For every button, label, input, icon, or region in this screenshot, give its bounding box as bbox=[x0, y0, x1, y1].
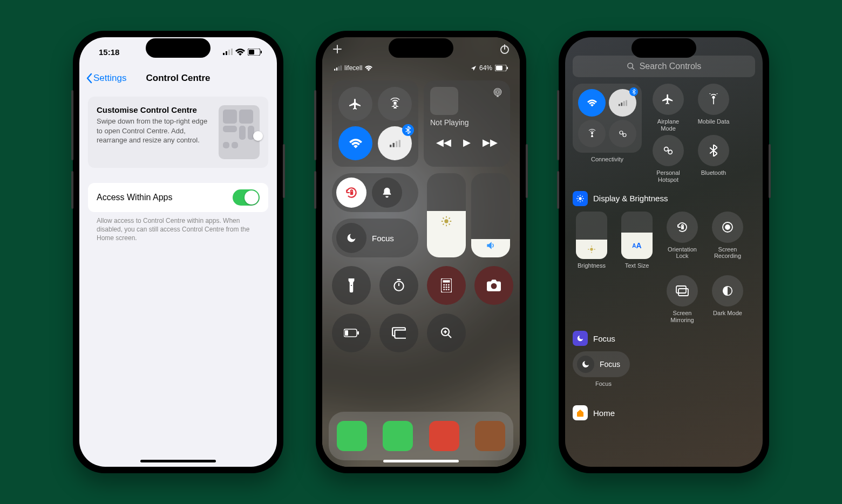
screen-mirroring-button[interactable] bbox=[379, 314, 418, 352]
svg-point-21 bbox=[495, 90, 500, 94]
search-placeholder: Search Controls bbox=[640, 62, 702, 71]
brightness-control[interactable]: Brightness bbox=[573, 212, 610, 269]
connectivity-tile[interactable] bbox=[332, 80, 418, 167]
timer-button[interactable] bbox=[379, 266, 418, 305]
svg-rect-27 bbox=[443, 280, 450, 282]
svg-rect-1 bbox=[226, 51, 227, 55]
speaker-icon bbox=[485, 240, 496, 251]
airplane-control[interactable]: Airplane Mode bbox=[649, 84, 687, 132]
wifi-toggle[interactable] bbox=[338, 126, 372, 160]
magnifier-button[interactable] bbox=[427, 314, 466, 352]
cellular-icon bbox=[390, 140, 400, 147]
battery-icon bbox=[248, 49, 262, 56]
svg-point-43 bbox=[628, 63, 633, 68]
text-size-control[interactable]: AAAAText Size bbox=[618, 212, 656, 269]
media-tile[interactable]: Not Playing ◀◀ ▶ ▶▶ bbox=[424, 80, 510, 167]
control-label: Bluetooth bbox=[701, 169, 726, 176]
control-label: Text Size bbox=[625, 262, 649, 269]
dark-mode-control[interactable]: Dark Mode bbox=[709, 275, 746, 323]
rotation-lock-icon bbox=[676, 221, 689, 234]
connectivity-control[interactable]: Connectivity bbox=[573, 84, 642, 183]
airplay-icon[interactable] bbox=[493, 88, 503, 98]
media-prev-button[interactable]: ◀◀ bbox=[436, 137, 451, 148]
mobile-data-control[interactable]: Mobile Data bbox=[695, 84, 732, 132]
cc-status-bar: lifecell 64% bbox=[322, 64, 520, 72]
control-label: Screen Recording bbox=[709, 246, 746, 260]
hotspot-control[interactable]: Personal Hotspot bbox=[649, 135, 687, 183]
focus-sublabel: Focus bbox=[595, 380, 755, 387]
svg-point-34 bbox=[443, 289, 445, 290]
volume-slider[interactable] bbox=[471, 173, 510, 257]
back-button[interactable]: Settings bbox=[86, 73, 126, 84]
svg-point-15 bbox=[394, 102, 396, 104]
low-power-icon bbox=[344, 329, 359, 337]
phone-settings: 15:18 Settings Control Centre Customise … bbox=[73, 31, 283, 473]
dynamic-island bbox=[632, 38, 696, 58]
svg-rect-17 bbox=[392, 142, 394, 147]
status-time: 15:18 bbox=[99, 47, 119, 57]
svg-rect-0 bbox=[223, 53, 225, 55]
svg-rect-46 bbox=[623, 101, 624, 106]
dark-mode-icon bbox=[722, 285, 734, 297]
bluetooth-icon bbox=[710, 145, 717, 156]
svg-point-32 bbox=[446, 287, 447, 288]
svg-point-30 bbox=[448, 284, 450, 286]
svg-rect-44 bbox=[619, 104, 620, 106]
calculator-button[interactable] bbox=[427, 266, 466, 305]
access-toggle[interactable] bbox=[233, 189, 260, 206]
section-title: Home bbox=[593, 408, 615, 418]
airplane-toggle[interactable] bbox=[338, 87, 372, 121]
media-next-button[interactable]: ▶▶ bbox=[483, 137, 498, 148]
location-icon bbox=[471, 65, 477, 71]
home-icon bbox=[576, 408, 585, 417]
svg-rect-10 bbox=[338, 66, 339, 71]
control-label: Mobile Data bbox=[698, 118, 730, 125]
record-icon bbox=[721, 221, 734, 234]
flashlight-button[interactable] bbox=[332, 266, 371, 305]
media-play-button[interactable]: ▶ bbox=[463, 137, 471, 148]
svg-rect-13 bbox=[496, 66, 503, 70]
silent-toggle[interactable] bbox=[372, 178, 402, 208]
svg-point-35 bbox=[446, 289, 447, 290]
screen-mirroring-icon bbox=[392, 327, 406, 339]
camera-icon bbox=[487, 280, 501, 291]
magnifier-icon bbox=[440, 326, 453, 339]
svg-point-31 bbox=[443, 287, 445, 288]
focus-control-chip[interactable]: Focus bbox=[573, 351, 630, 377]
screen-mirroring-control[interactable]: Screen Mirroring bbox=[663, 275, 701, 323]
airdrop-toggle[interactable] bbox=[378, 87, 412, 121]
airdrop-icon bbox=[587, 129, 597, 139]
svg-point-24 bbox=[444, 220, 448, 223]
brightness-slider[interactable] bbox=[427, 173, 466, 257]
home-indicator[interactable] bbox=[383, 460, 459, 462]
wifi-icon bbox=[587, 99, 597, 107]
orientation-lock-control[interactable]: Orientation Lock bbox=[663, 212, 701, 269]
svg-point-33 bbox=[448, 287, 450, 288]
svg-point-51 bbox=[712, 97, 715, 99]
rotation-lock-toggle[interactable] bbox=[336, 178, 366, 208]
low-power-button[interactable] bbox=[332, 314, 371, 352]
search-controls-field[interactable]: Search Controls bbox=[573, 56, 755, 77]
access-within-apps-row[interactable]: Access Within Apps bbox=[88, 183, 268, 212]
bluetooth-control[interactable]: Bluetooth bbox=[695, 135, 732, 183]
add-control-button[interactable] bbox=[332, 44, 343, 55]
sun-icon bbox=[587, 245, 596, 254]
svg-rect-23 bbox=[350, 192, 353, 195]
camera-button[interactable] bbox=[474, 266, 513, 305]
svg-rect-8 bbox=[334, 69, 335, 71]
svg-rect-18 bbox=[396, 141, 397, 147]
search-icon bbox=[627, 62, 635, 71]
bluetooth-badge bbox=[402, 124, 414, 136]
control-label: Connectivity bbox=[591, 156, 623, 163]
battery-percent: 64% bbox=[479, 64, 492, 72]
back-label: Settings bbox=[93, 73, 126, 84]
home-indicator[interactable] bbox=[140, 460, 216, 462]
home-section-header: Home bbox=[573, 405, 755, 420]
power-button[interactable] bbox=[499, 44, 510, 55]
more-connectivity-button[interactable] bbox=[378, 126, 412, 160]
svg-point-58 bbox=[725, 225, 730, 229]
focus-tile[interactable]: Focus bbox=[332, 219, 418, 257]
svg-rect-45 bbox=[621, 103, 622, 106]
screen-recording-control[interactable]: Screen Recording bbox=[709, 212, 746, 269]
carrier-label: lifecell bbox=[344, 64, 362, 72]
